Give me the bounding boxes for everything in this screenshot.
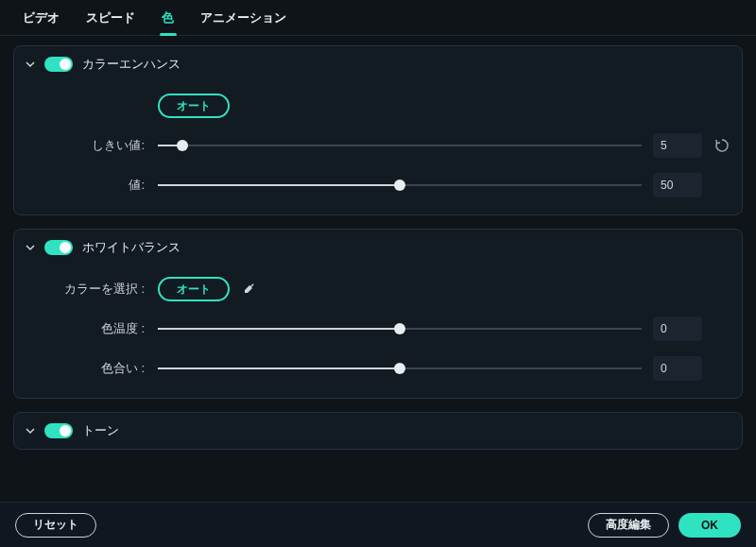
tab-animation[interactable]: アニメーション [187,0,300,36]
section-header-white-balance[interactable]: ホワイトバランス [14,230,742,265]
auto-button-white-balance[interactable]: オート [158,277,230,301]
section-title: ホワイトバランス [82,239,180,256]
tab-video[interactable]: ビデオ [9,0,73,36]
section-title: カラーエンハンス [82,56,180,73]
tint-value[interactable]: 0 [653,356,702,381]
chevron-down-icon [26,426,35,436]
color-panel-scroll[interactable]: カラーエンハンス オート しきい値: 5 [0,36,756,502]
tint-slider[interactable] [158,360,642,377]
section-white-balance: ホワイトバランス カラーを選択 : オート 色温度 : [13,229,743,399]
tab-bar: ビデオ スピード 色 アニメーション [0,0,756,36]
footer-bar: リセット 高度編集 OK [0,502,756,547]
reset-button[interactable]: リセット [15,513,96,538]
temperature-slider[interactable] [158,320,642,337]
section-title: トーン [82,422,119,439]
temperature-value[interactable]: 0 [653,316,702,341]
toggle-tone[interactable] [44,423,73,438]
advanced-edit-button[interactable]: 高度編集 [588,513,669,538]
section-header-tone[interactable]: トーン [14,413,742,449]
reset-icon[interactable] [713,137,730,154]
chevron-down-icon [26,60,35,69]
value-value[interactable]: 50 [653,173,702,197]
chevron-down-icon [26,243,35,252]
ok-button[interactable]: OK [679,513,741,538]
threshold-value[interactable]: 5 [653,133,702,158]
toggle-color-enhance[interactable] [44,57,73,72]
value-slider[interactable] [158,177,642,194]
value-label: 値: [26,177,158,194]
eyedropper-icon[interactable] [241,281,258,298]
tab-color[interactable]: 色 [148,0,187,36]
tab-speed[interactable]: スピード [73,0,148,36]
section-header-color-enhance[interactable]: カラーエンハンス [14,46,742,82]
temperature-label: 色温度 : [26,320,158,337]
threshold-slider[interactable] [158,137,642,154]
section-color-enhance: カラーエンハンス オート しきい値: 5 [13,45,743,215]
section-tone: トーン [13,412,743,450]
auto-button-color-enhance[interactable]: オート [158,94,230,118]
threshold-label: しきい値: [26,137,158,154]
tint-label: 色合い : [26,360,158,377]
toggle-white-balance[interactable] [44,240,73,255]
color-picker-label: カラーを選択 : [26,281,158,298]
